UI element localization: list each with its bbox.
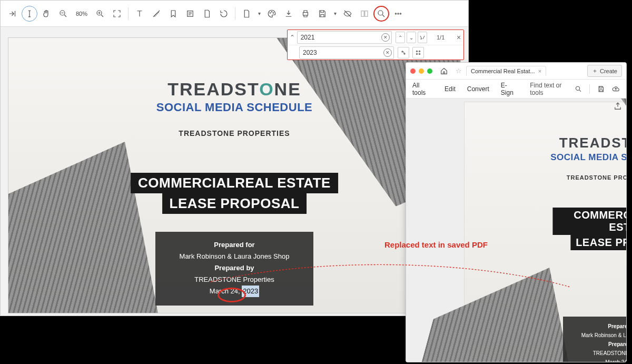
match-count: 1/1 bbox=[427, 34, 454, 41]
menu-edit[interactable]: Edit bbox=[445, 85, 456, 93]
zoom-in-icon[interactable] bbox=[92, 6, 108, 22]
zoom-window-icon[interactable] bbox=[427, 68, 432, 74]
zoom-level[interactable]: 80% bbox=[72, 11, 91, 17]
search-placeholder: Find text or tools bbox=[530, 82, 572, 96]
brand-subtitle: SOCIAL MEDIA SCHEDULE bbox=[550, 152, 626, 163]
document-date: March 24, 2023 bbox=[161, 286, 308, 297]
svg-point-3 bbox=[270, 12, 271, 13]
create-label: Create bbox=[600, 68, 617, 74]
cloud-upload-icon[interactable] bbox=[612, 85, 620, 93]
palette-icon[interactable] bbox=[264, 6, 280, 22]
minimize-window-icon[interactable] bbox=[419, 68, 424, 74]
share-icon[interactable] bbox=[613, 102, 623, 111]
clear-icon[interactable]: ✕ bbox=[383, 48, 392, 57]
document-headline: COMMERCIALREAL ESTATE LEASE PROPOSAL bbox=[131, 173, 338, 214]
star-icon[interactable]: ☆ bbox=[456, 67, 462, 75]
menu-esign[interactable]: E-Sign bbox=[501, 82, 518, 96]
create-button[interactable]: ＋ Create bbox=[587, 65, 622, 77]
svg-rect-7 bbox=[361, 11, 364, 16]
close-icon[interactable]: × bbox=[454, 33, 463, 42]
text-tool-icon[interactable] bbox=[132, 6, 147, 22]
info-box: Prepared for Mark Robinson & Laura Jones… bbox=[563, 317, 626, 362]
brand-subtitle: SOCIAL MEDIA SCHEDULE bbox=[156, 101, 313, 114]
brand-block: TREADSTONE SOCIAL MEDIA SCHEDULE TREADST… bbox=[550, 135, 626, 181]
bookmark-icon[interactable] bbox=[165, 6, 181, 22]
brand-name: TREADSTONE bbox=[156, 79, 313, 100]
window-titlebar: ☆ Commercial Real Estat... × ＋ Create bbox=[406, 63, 626, 80]
chevron-down-icon[interactable]: ▾ bbox=[331, 6, 339, 22]
prev-match-button[interactable]: ⌃ bbox=[396, 32, 405, 43]
panel-icon[interactable] bbox=[357, 6, 372, 22]
side-tool-column bbox=[611, 102, 624, 111]
document-tab[interactable]: Commercial Real Estat... × bbox=[466, 66, 546, 76]
svg-point-13 bbox=[576, 86, 579, 90]
next-match-button[interactable]: ⌄ bbox=[407, 32, 416, 43]
replace-one-icon[interactable] bbox=[398, 47, 409, 58]
svg-point-10 bbox=[395, 13, 396, 14]
document-viewport[interactable]: TREADSTONE SOCIAL MEDIA SCHEDULE TREADST… bbox=[406, 99, 626, 362]
chevron-down-icon[interactable]: ▾ bbox=[255, 6, 263, 22]
date-prefix: March 24, bbox=[210, 287, 240, 295]
left-pdf-editor: 80% ▾ ▾ ⌃ ✕ ⌃ ⌄ 1/1 bbox=[0, 0, 469, 316]
headline-line-2: LEASE PROPOSAL bbox=[162, 193, 307, 214]
prepared-for-value: Mark Robinson & Laura Jones Shop bbox=[161, 251, 308, 262]
hand-icon[interactable] bbox=[38, 6, 54, 22]
search-icon[interactable] bbox=[373, 6, 389, 22]
editor-toolbar: 80% ▾ ▾ bbox=[1, 1, 468, 27]
text-cursor-icon[interactable] bbox=[22, 6, 37, 22]
svg-point-11 bbox=[398, 13, 399, 14]
find-replace-panel: ⌃ ✕ ⌃ ⌄ 1/1 × ✕ bbox=[287, 29, 464, 60]
document-viewport[interactable]: TREADSTONE SOCIAL MEDIA SCHEDULE TREADST… bbox=[8, 37, 461, 313]
menu-convert[interactable]: Convert bbox=[467, 85, 489, 93]
save-disk-icon[interactable] bbox=[597, 85, 605, 93]
save-icon[interactable] bbox=[314, 6, 330, 22]
download-icon[interactable] bbox=[281, 6, 297, 22]
print-icon[interactable] bbox=[298, 6, 313, 22]
replace-input[interactable] bbox=[299, 46, 394, 59]
replace-all-icon[interactable] bbox=[412, 47, 424, 58]
headline-line-1: COMMERCIALREAL ESTATE bbox=[131, 173, 338, 193]
tab-title: Commercial Real Estat... bbox=[471, 68, 535, 74]
chevron-up-icon[interactable]: ⌃ bbox=[288, 34, 297, 41]
prepared-by-value: TREADSTONE Properties bbox=[161, 274, 308, 286]
fit-page-icon[interactable] bbox=[109, 6, 125, 22]
zoom-out-icon[interactable] bbox=[55, 6, 71, 22]
info-box: Prepared for Mark Robinson & Laura Jones… bbox=[155, 232, 313, 306]
company-name: TREADSTONE PROPERTIES bbox=[156, 129, 313, 137]
menubar: All tools Edit Convert E-Sign Find text … bbox=[406, 80, 626, 99]
menu-all-tools[interactable]: All tools bbox=[412, 82, 433, 96]
close-tab-icon[interactable]: × bbox=[538, 68, 541, 74]
document-page: TREADSTONE SOCIAL MEDIA SCHEDULE TREADST… bbox=[8, 38, 460, 313]
close-window-icon[interactable] bbox=[410, 68, 416, 74]
document-date: March 24, 2023 bbox=[567, 358, 626, 362]
svg-point-4 bbox=[271, 11, 272, 12]
brand-name: TREADSTONE bbox=[550, 135, 626, 151]
form-icon[interactable] bbox=[182, 6, 198, 22]
svg-point-12 bbox=[400, 13, 401, 14]
measure-icon[interactable] bbox=[149, 6, 164, 22]
headline-line-2: LEASE PROPOSAL bbox=[570, 235, 626, 250]
svg-rect-6 bbox=[303, 12, 308, 15]
visibility-off-icon[interactable] bbox=[340, 6, 355, 22]
date-prefix: March 24, bbox=[605, 359, 626, 362]
rotate-icon[interactable] bbox=[216, 6, 232, 22]
traffic-lights[interactable] bbox=[410, 68, 432, 74]
find-input[interactable] bbox=[297, 31, 392, 44]
company-name: TREADSTONE PROPERTIES bbox=[550, 174, 626, 181]
more-icon[interactable] bbox=[390, 6, 406, 22]
date-year-highlighted: 2023 bbox=[242, 286, 259, 297]
document-page: TREADSTONE SOCIAL MEDIA SCHEDULE TREADST… bbox=[464, 102, 626, 362]
clear-icon[interactable]: ✕ bbox=[381, 33, 390, 42]
search-icon bbox=[575, 85, 582, 93]
prepared-by-value: TREADSTONE Properties bbox=[567, 349, 626, 358]
blank-page-icon[interactable] bbox=[239, 6, 254, 22]
headline-line-1: COMMERCIALREAL ESTAT bbox=[552, 208, 626, 235]
home-icon[interactable] bbox=[440, 67, 448, 75]
find-text-field[interactable]: Find text or tools bbox=[530, 82, 582, 96]
annotation-label: Replaced text in saved PDF bbox=[384, 240, 488, 249]
brand-block: TREADSTONE SOCIAL MEDIA SCHEDULE TREADST… bbox=[156, 79, 313, 137]
right-pdf-viewer: ☆ Commercial Real Estat... × ＋ Create Al… bbox=[406, 62, 627, 362]
page-icon[interactable] bbox=[199, 6, 215, 22]
insert-icon[interactable] bbox=[5, 6, 21, 22]
settings-icon[interactable] bbox=[418, 32, 427, 43]
